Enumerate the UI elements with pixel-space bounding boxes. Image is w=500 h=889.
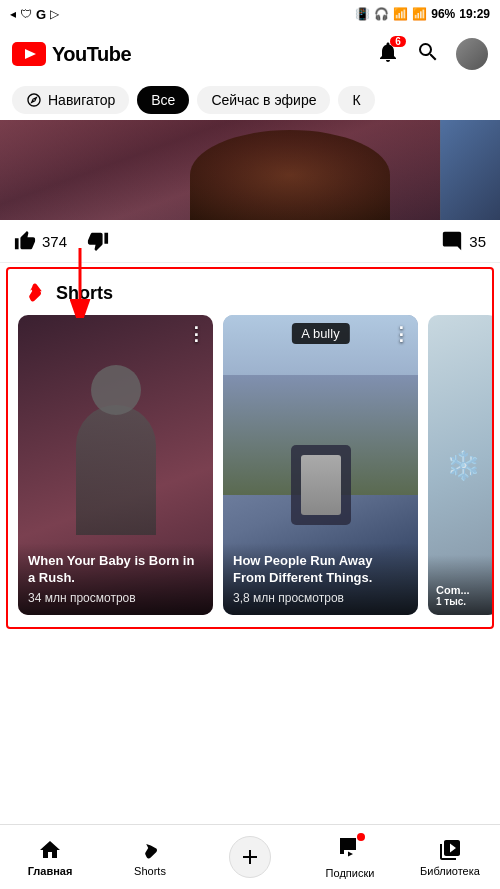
dislike-button[interactable] xyxy=(87,230,109,252)
like-button[interactable]: 374 xyxy=(14,230,67,252)
chip-live[interactable]: Сейчас в эфире xyxy=(197,86,330,114)
status-right: 📳 🎧 📶 📶 96% 19:29 xyxy=(355,7,490,21)
nav-shorts[interactable]: Shorts xyxy=(100,838,200,877)
thumbs-up-icon xyxy=(14,230,36,252)
search-icon xyxy=(416,40,440,64)
short-card-3-views: 1 тыс. xyxy=(436,596,470,607)
search-button[interactable] xyxy=(416,40,440,68)
clock: 19:29 xyxy=(459,7,490,21)
google-icon: G xyxy=(36,7,46,22)
top-bar-actions: 6 xyxy=(376,38,488,70)
app-title: YouTube xyxy=(52,43,131,66)
shorts-nav-icon xyxy=(138,838,162,862)
short-card-2-menu[interactable]: ⋮ xyxy=(392,323,410,345)
nav-subscriptions[interactable]: Подписки xyxy=(300,836,400,879)
shorts-section: Shorts When Your Baby is Born in a Rush.… xyxy=(6,267,494,629)
shorts-header: Shorts xyxy=(8,269,492,315)
youtube-logo[interactable]: YouTube xyxy=(12,42,376,66)
thumbs-down-icon xyxy=(87,230,109,252)
short-card-2-overlay: How People Run Away From Different Thing… xyxy=(223,543,418,615)
nav-library[interactable]: Библиотека xyxy=(400,838,500,877)
subscriptions-badge xyxy=(357,833,365,841)
bottom-nav: Главная Shorts Подписки Библиотека xyxy=(0,824,500,889)
nav-home[interactable]: Главная xyxy=(0,838,100,877)
short-card-3-partial[interactable]: Com... 1 тыс. ❄️ xyxy=(428,315,492,615)
short-card-1-menu[interactable]: ⋮ xyxy=(187,323,205,345)
notification-badge: 6 xyxy=(390,36,406,47)
compass-icon xyxy=(26,92,42,108)
short-card-3-title: Com... xyxy=(436,584,470,596)
short-card-1-views: 34 млн просмотров xyxy=(28,591,203,605)
short-card-2-views: 3,8 млн просмотров xyxy=(233,591,408,605)
like-count: 374 xyxy=(42,233,67,250)
chip-live-label: Сейчас в эфире xyxy=(211,92,316,108)
nav-icon-status: ◂ xyxy=(10,7,16,21)
youtube-icon xyxy=(12,42,46,66)
short-card-2-badge: A bully xyxy=(291,323,349,344)
comment-button[interactable]: 35 xyxy=(441,230,486,252)
short-card-2-title: How People Run Away From Different Thing… xyxy=(233,553,408,587)
video-actions-bar: 374 35 xyxy=(0,220,500,263)
nav-subscriptions-label: Подписки xyxy=(326,867,375,879)
comment-count: 35 xyxy=(469,233,486,250)
wifi-icon: 📶 xyxy=(393,7,408,21)
battery-level: 96% xyxy=(431,7,455,21)
chip-more-label: К xyxy=(352,92,360,108)
status-bar: ◂ 🛡 G ▷ 📳 🎧 📶 📶 96% 19:29 xyxy=(0,0,500,28)
chip-all-label: Все xyxy=(151,92,175,108)
library-icon xyxy=(438,838,462,862)
user-avatar[interactable] xyxy=(456,38,488,70)
notification-button[interactable]: 6 xyxy=(376,40,400,68)
shield-icon: 🛡 xyxy=(20,7,32,21)
shorts-title: Shorts xyxy=(56,283,113,304)
short-card-1[interactable]: When Your Baby is Born in a Rush. 34 млн… xyxy=(18,315,213,615)
short-card-2[interactable]: A bully How People Run Away From Differe… xyxy=(223,315,418,615)
shorts-cards-row: When Your Baby is Born in a Rush. 34 млн… xyxy=(8,315,492,627)
nav-library-label: Библиотека xyxy=(420,865,480,877)
headset-icon: 🎧 xyxy=(374,7,389,21)
add-button[interactable] xyxy=(229,836,271,878)
video-preview[interactable]: ⛶ xyxy=(0,120,500,220)
nav-shorts-label: Shorts xyxy=(134,865,166,877)
home-icon xyxy=(38,838,62,862)
chip-navigator[interactable]: Навигатор xyxy=(12,86,129,114)
short-card-1-overlay: When Your Baby is Born in a Rush. 34 млн… xyxy=(18,543,213,615)
comment-icon xyxy=(441,230,463,252)
short-card-1-title: When Your Baby is Born in a Rush. xyxy=(28,553,203,587)
status-left: ◂ 🛡 G ▷ xyxy=(10,7,59,22)
play-icon: ▷ xyxy=(50,7,59,21)
signal-icon: 📶 xyxy=(412,7,427,21)
top-bar: YouTube 6 xyxy=(0,28,500,80)
chip-all[interactable]: Все xyxy=(137,86,189,114)
nav-home-label: Главная xyxy=(28,865,73,877)
nav-add[interactable] xyxy=(200,836,300,878)
plus-icon xyxy=(238,845,262,869)
vibrate-icon: 📳 xyxy=(355,7,370,21)
shorts-logo-icon xyxy=(22,281,46,305)
filter-bar: Навигатор Все Сейчас в эфире К xyxy=(0,80,500,120)
chip-more[interactable]: К xyxy=(338,86,374,114)
chip-navigator-label: Навигатор xyxy=(48,92,115,108)
